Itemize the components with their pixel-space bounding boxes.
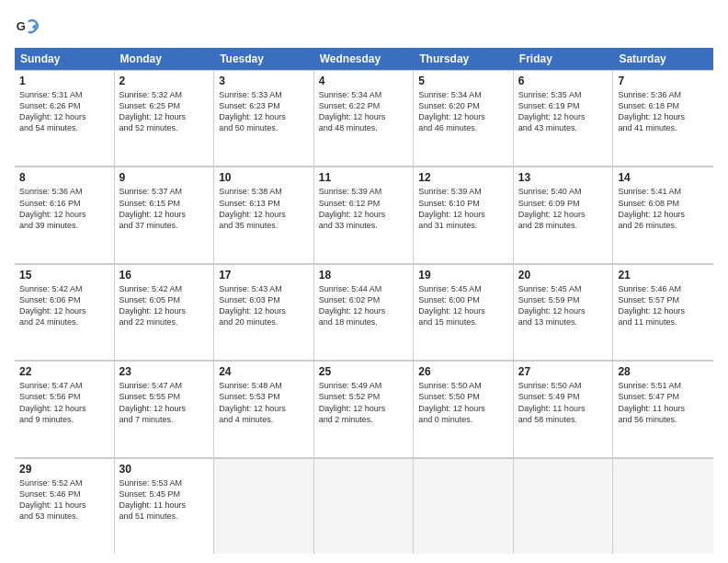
calendar-cell <box>514 458 614 554</box>
calendar-cell: 18Sunrise: 5:44 AM Sunset: 6:02 PM Dayli… <box>314 264 415 360</box>
calendar-cell: 25Sunrise: 5:49 AM Sunset: 5:52 PM Dayli… <box>314 361 415 456</box>
day-info: Sunrise: 5:46 AM Sunset: 5:57 PM Dayligh… <box>618 283 709 328</box>
day-number: 27 <box>518 365 609 378</box>
calendar-cell <box>214 458 314 554</box>
day-info: Sunrise: 5:51 AM Sunset: 5:47 PM Dayligh… <box>618 380 709 425</box>
calendar-cell: 15Sunrise: 5:42 AM Sunset: 6:06 PM Dayli… <box>15 264 115 360</box>
day-info: Sunrise: 5:33 AM Sunset: 6:23 PM Dayligh… <box>219 89 309 134</box>
day-info: Sunrise: 5:47 AM Sunset: 5:55 PM Dayligh… <box>119 380 210 425</box>
day-number: 13 <box>518 171 609 184</box>
day-number: 1 <box>19 75 109 87</box>
calendar-cell: 9Sunrise: 5:37 AM Sunset: 6:15 PM Daylig… <box>115 167 215 262</box>
day-info: Sunrise: 5:40 AM Sunset: 6:09 PM Dayligh… <box>518 186 609 231</box>
calendar-cell: 16Sunrise: 5:42 AM Sunset: 6:05 PM Dayli… <box>115 264 215 360</box>
calendar-row: 29Sunrise: 5:52 AM Sunset: 5:46 PM Dayli… <box>15 458 713 554</box>
calendar-cell: 22Sunrise: 5:47 AM Sunset: 5:56 PM Dayli… <box>15 361 115 456</box>
day-number: 28 <box>618 365 709 378</box>
day-number: 22 <box>19 365 109 378</box>
day-number: 8 <box>19 171 109 184</box>
day-info: Sunrise: 5:47 AM Sunset: 5:56 PM Dayligh… <box>19 380 109 425</box>
calendar-cell: 27Sunrise: 5:50 AM Sunset: 5:49 PM Dayli… <box>514 361 614 456</box>
calendar-cell: 28Sunrise: 5:51 AM Sunset: 5:47 PM Dayli… <box>613 361 713 456</box>
day-number: 20 <box>518 269 609 282</box>
day-info: Sunrise: 5:43 AM Sunset: 6:03 PM Dayligh… <box>219 283 309 328</box>
day-number: 4 <box>319 75 409 87</box>
calendar-cell: 30Sunrise: 5:53 AM Sunset: 5:45 PM Dayli… <box>115 458 215 554</box>
day-info: Sunrise: 5:41 AM Sunset: 6:08 PM Dayligh… <box>618 186 709 231</box>
calendar-cell: 17Sunrise: 5:43 AM Sunset: 6:03 PM Dayli… <box>214 264 314 360</box>
page-header: G <box>15 15 713 40</box>
day-number: 19 <box>418 269 508 282</box>
day-info: Sunrise: 5:48 AM Sunset: 5:53 PM Dayligh… <box>219 380 309 425</box>
calendar-row: 15Sunrise: 5:42 AM Sunset: 6:06 PM Dayli… <box>15 264 713 361</box>
day-info: Sunrise: 5:49 AM Sunset: 5:52 PM Dayligh… <box>319 380 409 425</box>
calendar-day-header: Tuesday <box>214 48 314 70</box>
calendar-cell <box>414 458 514 554</box>
calendar-day-header: Saturday <box>613 48 713 70</box>
calendar-cell: 24Sunrise: 5:48 AM Sunset: 5:53 PM Dayli… <box>214 361 314 456</box>
day-number: 15 <box>19 269 109 282</box>
day-info: Sunrise: 5:53 AM Sunset: 5:45 PM Dayligh… <box>119 477 210 523</box>
day-info: Sunrise: 5:36 AM Sunset: 6:18 PM Dayligh… <box>618 89 709 134</box>
day-number: 12 <box>418 171 508 184</box>
calendar-cell: 20Sunrise: 5:45 AM Sunset: 5:59 PM Dayli… <box>514 264 614 360</box>
day-info: Sunrise: 5:50 AM Sunset: 5:50 PM Dayligh… <box>418 380 508 425</box>
calendar-row: 1Sunrise: 5:31 AM Sunset: 6:26 PM Daylig… <box>15 70 713 167</box>
calendar-header: SundayMondayTuesdayWednesdayThursdayFrid… <box>15 48 713 70</box>
day-number: 6 <box>518 75 609 87</box>
calendar-row: 22Sunrise: 5:47 AM Sunset: 5:56 PM Dayli… <box>15 361 713 457</box>
day-number: 11 <box>319 171 409 184</box>
day-info: Sunrise: 5:50 AM Sunset: 5:49 PM Dayligh… <box>518 380 609 425</box>
day-number: 18 <box>319 269 409 282</box>
calendar-cell: 12Sunrise: 5:39 AM Sunset: 6:10 PM Dayli… <box>414 167 514 262</box>
calendar-cell: 19Sunrise: 5:45 AM Sunset: 6:00 PM Dayli… <box>414 264 514 360</box>
calendar-body: 1Sunrise: 5:31 AM Sunset: 6:26 PM Daylig… <box>15 70 713 554</box>
calendar-cell: 14Sunrise: 5:41 AM Sunset: 6:08 PM Dayli… <box>613 167 713 262</box>
day-number: 2 <box>119 75 210 87</box>
day-info: Sunrise: 5:39 AM Sunset: 6:12 PM Dayligh… <box>319 186 409 231</box>
day-number: 26 <box>418 365 508 378</box>
day-info: Sunrise: 5:52 AM Sunset: 5:46 PM Dayligh… <box>19 477 109 523</box>
calendar-day-header: Sunday <box>15 48 115 70</box>
day-info: Sunrise: 5:44 AM Sunset: 6:02 PM Dayligh… <box>319 283 409 328</box>
day-number: 14 <box>618 171 709 184</box>
calendar-cell: 23Sunrise: 5:47 AM Sunset: 5:55 PM Dayli… <box>115 361 215 456</box>
calendar-cell: 6Sunrise: 5:35 AM Sunset: 6:19 PM Daylig… <box>514 70 614 166</box>
day-number: 30 <box>119 463 210 476</box>
calendar-cell <box>314 458 415 554</box>
calendar-cell: 7Sunrise: 5:36 AM Sunset: 6:18 PM Daylig… <box>613 70 713 166</box>
day-number: 3 <box>219 75 309 87</box>
day-info: Sunrise: 5:37 AM Sunset: 6:15 PM Dayligh… <box>119 186 210 231</box>
day-number: 16 <box>119 269 210 282</box>
day-info: Sunrise: 5:45 AM Sunset: 5:59 PM Dayligh… <box>518 283 609 328</box>
day-info: Sunrise: 5:39 AM Sunset: 6:10 PM Dayligh… <box>418 186 508 231</box>
day-number: 25 <box>319 365 409 378</box>
logo-icon: G <box>15 15 40 40</box>
day-info: Sunrise: 5:45 AM Sunset: 6:00 PM Dayligh… <box>418 283 508 328</box>
logo: G <box>15 15 44 40</box>
calendar-day-header: Friday <box>514 48 614 70</box>
day-info: Sunrise: 5:42 AM Sunset: 6:06 PM Dayligh… <box>19 283 109 328</box>
calendar-cell: 26Sunrise: 5:50 AM Sunset: 5:50 PM Dayli… <box>414 361 514 456</box>
calendar-cell: 29Sunrise: 5:52 AM Sunset: 5:46 PM Dayli… <box>15 458 115 554</box>
calendar-day-header: Monday <box>115 48 215 70</box>
calendar-cell: 21Sunrise: 5:46 AM Sunset: 5:57 PM Dayli… <box>613 264 713 360</box>
day-number: 17 <box>219 269 309 282</box>
day-info: Sunrise: 5:34 AM Sunset: 6:20 PM Dayligh… <box>418 89 508 134</box>
day-info: Sunrise: 5:42 AM Sunset: 6:05 PM Dayligh… <box>119 283 210 328</box>
day-info: Sunrise: 5:32 AM Sunset: 6:25 PM Dayligh… <box>119 89 210 134</box>
day-info: Sunrise: 5:31 AM Sunset: 6:26 PM Dayligh… <box>19 89 109 134</box>
calendar-cell: 13Sunrise: 5:40 AM Sunset: 6:09 PM Dayli… <box>514 167 614 262</box>
calendar-cell: 2Sunrise: 5:32 AM Sunset: 6:25 PM Daylig… <box>115 70 215 166</box>
day-number: 7 <box>618 75 709 87</box>
day-number: 9 <box>119 171 210 184</box>
calendar-cell: 10Sunrise: 5:38 AM Sunset: 6:13 PM Dayli… <box>214 167 314 262</box>
day-number: 24 <box>219 365 309 378</box>
calendar-cell: 11Sunrise: 5:39 AM Sunset: 6:12 PM Dayli… <box>314 167 415 262</box>
calendar: SundayMondayTuesdayWednesdayThursdayFrid… <box>15 48 713 554</box>
day-number: 10 <box>219 171 309 184</box>
day-number: 5 <box>418 75 508 87</box>
day-number: 29 <box>19 463 109 476</box>
calendar-cell: 4Sunrise: 5:34 AM Sunset: 6:22 PM Daylig… <box>314 70 415 166</box>
calendar-cell: 3Sunrise: 5:33 AM Sunset: 6:23 PM Daylig… <box>214 70 314 166</box>
